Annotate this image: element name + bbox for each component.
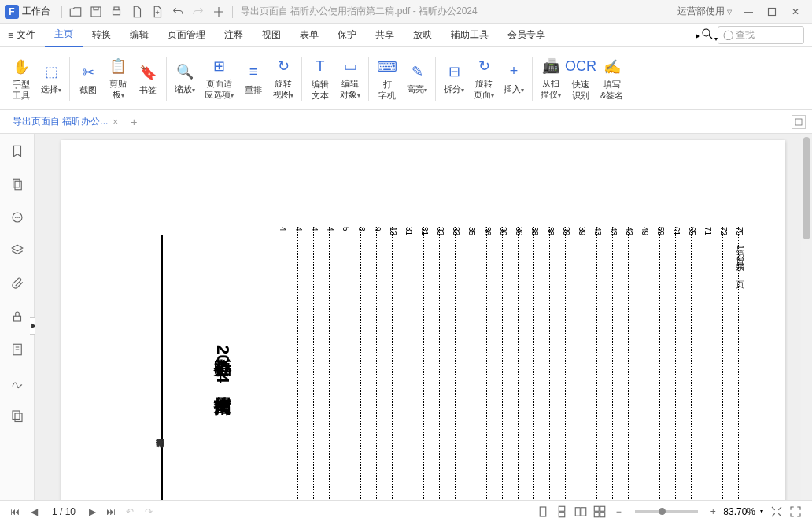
ribbon-icon: ✋ (11, 57, 31, 77)
view-mode4-icon[interactable] (591, 503, 608, 520)
ribbon-快速识别[interactable]: OCR快速识别 (566, 54, 596, 104)
ribbon-缩放[interactable]: 🔍缩放▾ (170, 58, 200, 99)
doc2-icon[interactable] (147, 2, 168, 22)
portfolio-panel-icon[interactable] (6, 405, 28, 427)
ribbon-剪贴板[interactable]: 📋剪贴板▾ (103, 53, 133, 105)
reader-mode-icon[interactable] (792, 115, 806, 129)
ribbon-从扫描仪[interactable]: 📠从扫描仪▾ (536, 53, 566, 105)
app-logo: F (5, 5, 19, 19)
toc-page-num: 9 (373, 227, 382, 231)
ribbon-label: 截图 (79, 84, 97, 95)
print-icon[interactable] (106, 2, 127, 22)
maximize-button[interactable] (760, 2, 784, 22)
svg-rect-13 (13, 411, 20, 420)
svg-rect-15 (541, 507, 547, 516)
ribbon-插入[interactable]: +插入▾ (499, 58, 529, 99)
user-dropdown[interactable]: 运营部使用 ▽ (677, 5, 732, 18)
statusbar: ⏮ ◀ ▶ ⏭ ↶ ↷ − + 83.70% ▾ (0, 500, 812, 522)
ribbon-填写&签名[interactable]: ✍填写&签名 (596, 54, 628, 104)
document-tab[interactable]: 导出页面自 福昕办公... × (6, 111, 124, 133)
ribbon-icon: ✎ (407, 61, 427, 82)
menu-tab-0[interactable]: 主页 (45, 24, 83, 47)
next-page-button[interactable]: ▶ (83, 503, 101, 520)
ribbon-icon: ⬚ (41, 61, 61, 82)
ribbon-拆分[interactable]: ⊟拆分▾ (439, 58, 469, 99)
ribbon-icon: ⊞ (209, 56, 230, 76)
ribbon-旋转页面[interactable]: ↻旋转页面▾ (469, 53, 499, 105)
ribbon-编辑文本[interactable]: T编辑文本 (305, 54, 335, 104)
menu-tab-9[interactable]: 放映 (404, 24, 441, 47)
zoom-out-button[interactable]: − (610, 503, 627, 520)
ribbon-手型工具[interactable]: ✋手型工具 (6, 54, 36, 104)
form-panel-icon[interactable] (6, 339, 28, 361)
ribbon-label: 快速识别 (572, 79, 589, 101)
layers-panel-icon[interactable] (6, 239, 28, 261)
ribbon-页面适应选项[interactable]: ⊞页面适应选项▾ (200, 53, 238, 105)
menu-tab-4[interactable]: 注释 (215, 24, 253, 47)
fit-width-icon[interactable] (768, 503, 785, 520)
file-menu[interactable]: ≡ 文件 (8, 28, 35, 42)
ribbon-选择[interactable]: ⬚选择▾ (36, 58, 66, 99)
vertical-scrollbar[interactable] (801, 134, 812, 500)
close-button[interactable]: ✕ (784, 2, 807, 22)
pages-panel-icon[interactable] (6, 173, 28, 195)
ribbon-重排[interactable]: ≡重排 (238, 59, 268, 98)
nav-fwd-button: ↷ (140, 503, 157, 520)
security-panel-icon[interactable] (6, 305, 28, 328)
fullscreen-icon[interactable] (787, 503, 804, 520)
menu-tab-7[interactable]: 保护 (328, 24, 366, 47)
undo-icon[interactable] (168, 2, 188, 22)
last-page-button[interactable]: ⏭ (102, 503, 120, 520)
ribbon-高亮[interactable]: ✎高亮▾ (402, 58, 432, 99)
save-icon[interactable] (86, 2, 106, 22)
add-tab-button[interactable]: + (131, 116, 137, 128)
toc-page-num: 75 (735, 227, 744, 235)
toc-page-num: 39 (562, 227, 570, 235)
minimize-button[interactable]: — (736, 2, 760, 22)
ribbon-截图[interactable]: ✂截图 (73, 59, 103, 98)
menu-tab-1[interactable]: 转换 (83, 24, 120, 47)
view-mode3-icon[interactable] (572, 503, 589, 520)
menu-tab-3[interactable]: 页面管理 (158, 24, 215, 47)
attachments-panel-icon[interactable] (6, 272, 28, 294)
toc-page-num: 33 (452, 227, 460, 235)
toc-page-num: 43 (609, 227, 618, 235)
tab-close-icon[interactable]: × (113, 117, 118, 128)
document-viewport[interactable]: 福昕办公2024使用指南 昕办公套件使用指南 第 1 页 共 215 页 444… (35, 134, 812, 500)
workbench-label[interactable]: 工作台 (22, 5, 50, 18)
toc-page-num: 65 (688, 227, 696, 235)
view-mode1-icon[interactable] (534, 503, 552, 520)
open-icon[interactable] (65, 2, 86, 22)
menu-tab-5[interactable]: 视图 (253, 24, 290, 47)
zoom-slider[interactable] (635, 510, 698, 513)
menu-tab-6[interactable]: 表单 (290, 24, 328, 47)
ribbon-label: 高亮▾ (407, 83, 427, 96)
ribbon-编辑对象[interactable]: ▭编辑对象▾ (335, 53, 365, 105)
more-icon[interactable] (209, 2, 229, 22)
zoom-in-button[interactable]: + (704, 503, 722, 520)
ribbon-书签[interactable]: 🔖书签 (133, 59, 163, 98)
first-page-button[interactable]: ⏮ (6, 503, 24, 520)
ribbon-label: 编辑对象▾ (340, 78, 360, 102)
bookmark-panel-icon[interactable] (6, 140, 28, 162)
prev-page-button[interactable]: ◀ (25, 503, 42, 520)
comments-panel-icon[interactable] (6, 206, 28, 228)
titlebar: F 工作台 导出页面自 福昕办公使用指南第二稿.pdf - 福昕办公2024 运… (0, 0, 812, 24)
toc-page-num: 36 (515, 227, 523, 235)
toc-page-num: 35 (467, 227, 476, 235)
menu-tab-2[interactable]: 编辑 (120, 24, 158, 47)
menu-tab-11[interactable]: 会员专享 (498, 24, 555, 47)
search-scope-icon[interactable]: ▾ (700, 27, 718, 43)
view-mode2-icon[interactable] (553, 503, 570, 520)
signature-panel-icon[interactable] (6, 372, 28, 394)
menu-tab-8[interactable]: 共享 (366, 24, 404, 47)
search-input[interactable]: ◯ 查找 (718, 26, 804, 44)
pdf-page: 福昕办公2024使用指南 昕办公套件使用指南 第 1 页 共 215 页 444… (61, 140, 785, 500)
ribbon-旋转视图[interactable]: ↻旋转视图▾ (268, 53, 298, 105)
ribbon-打字机[interactable]: ⌨打字机 (372, 54, 402, 104)
menu-tab-10[interactable]: 辅助工具 (441, 24, 498, 47)
doc1-icon[interactable] (127, 2, 147, 22)
toc-page-num: 13 (389, 227, 397, 235)
page-number-input[interactable] (44, 506, 83, 517)
ribbon-label: 书签 (139, 84, 157, 95)
